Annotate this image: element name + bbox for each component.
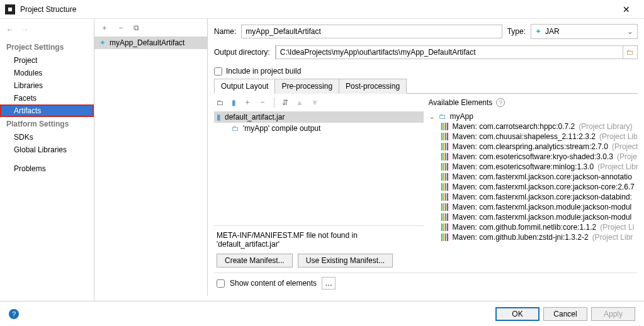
tree-root[interactable]: ▮ default_artifact.jar	[214, 111, 424, 123]
tab-output-layout[interactable]: Output Layout	[214, 79, 275, 94]
chevron-down-icon: ⌄	[429, 112, 435, 121]
type-label: Type:	[507, 27, 526, 36]
sidebar-section-platform-settings: Platform Settings	[0, 117, 94, 131]
new-file-icon[interactable]: ▮	[232, 98, 236, 107]
tab-pre-processing[interactable]: Pre-processing	[274, 79, 339, 94]
library-item[interactable]: Maven: com.chuusai:shapeless_2.11:2.3.2 …	[429, 132, 638, 142]
new-folder-icon[interactable]: 🗀	[217, 98, 224, 107]
create-manifest-button[interactable]: Create Manifest...	[217, 254, 293, 267]
library-item[interactable]: Maven: com.esotericsoftware:minlog:1.3.0…	[429, 162, 638, 172]
artifact-list-item[interactable]: ✦ myApp_DefaultArtifact	[94, 37, 207, 49]
outdir-label: Output directory:	[214, 48, 270, 57]
library-name: Maven: com.carrotsearch:hppc:0.7.2	[453, 122, 575, 131]
window-title: Project Structure	[20, 5, 614, 14]
add-copy-icon[interactable]: ＋	[244, 97, 251, 108]
library-icon	[441, 173, 449, 181]
copy-icon[interactable]: ⧉	[133, 23, 139, 32]
library-icon	[441, 193, 449, 201]
library-item[interactable]: Maven: com.fasterxml.jackson.core:jackso…	[429, 192, 638, 202]
sidebar-item-facets[interactable]: Facets	[0, 92, 94, 104]
library-scope: (Project Libr	[592, 233, 633, 242]
jar-icon: ✦	[535, 27, 541, 36]
help-button[interactable]: ?	[9, 309, 19, 319]
library-icon	[441, 183, 449, 191]
library-name: Maven: com.esotericsoftware:kryo-shaded:…	[453, 152, 613, 161]
artifact-icon: ✦	[99, 38, 106, 47]
up-icon[interactable]: ▲	[296, 98, 303, 107]
module-folder-icon: 🗀	[439, 112, 446, 121]
down-icon[interactable]: ▼	[311, 98, 319, 107]
apply-button[interactable]: Apply	[591, 307, 635, 321]
library-item[interactable]: Maven: com.clearspring.analytics:stream:…	[429, 142, 638, 152]
close-icon[interactable]: ✕	[614, 4, 639, 14]
tab-post-processing[interactable]: Post-processing	[339, 79, 407, 94]
library-name: Maven: com.fasterxml.jackson.module:jack…	[453, 203, 632, 211]
library-scope: (Project Libr	[599, 132, 638, 141]
module-folder-icon: 🗀	[232, 124, 239, 133]
library-name: Maven: com.github.fommil.netlib:core:1.1…	[453, 223, 597, 232]
sidebar-section-project-settings: Project Settings	[0, 40, 94, 54]
library-item[interactable]: Maven: com.carrotsearch:hppc:0.7.2 (Proj…	[429, 121, 638, 132]
available-elements-tree[interactable]: ⌄ 🗀 myApp Maven: com.carrotsearch:hppc:0…	[429, 111, 638, 273]
library-scope: (Project Li	[600, 223, 634, 232]
sidebar-item-artifacts[interactable]: Artifacts	[0, 104, 94, 117]
library-scope: (Project Libr	[597, 162, 638, 171]
options-button[interactable]: …	[322, 277, 336, 289]
library-item[interactable]: Maven: com.fasterxml.jackson.core:jackso…	[429, 172, 638, 182]
library-scope: (Proje	[617, 152, 637, 161]
library-name: Maven: com.fasterxml.jackson.core:jackso…	[453, 172, 632, 181]
show-content-label: Show content of elements	[230, 279, 317, 288]
ok-button[interactable]: OK	[495, 307, 539, 321]
library-icon	[441, 223, 449, 231]
library-item[interactable]: Maven: com.esotericsoftware:kryo-shaded:…	[429, 152, 638, 162]
outdir-input[interactable]	[276, 45, 623, 59]
available-elements-label: Available Elements	[429, 98, 493, 107]
forward-icon[interactable]: →	[21, 25, 29, 34]
library-item[interactable]: Maven: com.fasterxml.jackson.module:jack…	[429, 212, 638, 222]
sidebar-item-sdks[interactable]: SDKs	[0, 131, 94, 143]
back-icon[interactable]: ←	[6, 25, 14, 34]
cancel-button[interactable]: Cancel	[543, 307, 587, 321]
available-root[interactable]: ⌄ 🗀 myApp	[429, 111, 638, 121]
library-icon	[441, 123, 449, 130]
help-icon[interactable]: ?	[496, 98, 505, 107]
sidebar-item-problems[interactable]: Problems	[0, 162, 94, 175]
remove-icon[interactable]: －	[117, 23, 125, 33]
show-content-checkbox[interactable]	[217, 279, 225, 288]
artifact-item-label: myApp_DefaultArtifact	[110, 38, 184, 47]
library-icon	[441, 233, 449, 241]
remove-item-icon[interactable]: －	[259, 97, 266, 108]
library-icon	[441, 163, 449, 171]
jar-file-icon: ▮	[217, 113, 221, 121]
library-item[interactable]: Maven: com.fasterxml.jackson.module:jack…	[429, 202, 638, 212]
sidebar-item-modules[interactable]: Modules	[0, 67, 94, 79]
library-item[interactable]: Maven: com.fasterxml.jackson.core:jackso…	[429, 182, 638, 192]
library-icon	[441, 203, 449, 211]
library-item[interactable]: Maven: com.github.fommil.netlib:core:1.1…	[429, 222, 638, 232]
library-name: Maven: com.chuusai:shapeless_2.11:2.3.2	[453, 132, 596, 141]
sort-icon[interactable]: ⇵	[282, 98, 288, 107]
tree-child[interactable]: 🗀 'myApp' compile output	[214, 123, 424, 134]
output-layout-tree[interactable]: ▮ default_artifact.jar 🗀 'myApp' compile…	[214, 111, 424, 225]
chevron-down-icon: ⌄	[627, 27, 633, 36]
dialog-footer: ? OK Cancel Apply	[0, 301, 644, 326]
library-name: Maven: com.github.luben:zstd-jni:1.3.2-2	[453, 233, 589, 242]
browse-folder-icon[interactable]: 🗀	[623, 48, 637, 57]
library-item[interactable]: Maven: com.github.luben:zstd-jni:1.3.2-2…	[429, 232, 638, 242]
library-icon	[441, 153, 449, 160]
sidebar-item-libraries[interactable]: Libraries	[0, 79, 94, 92]
include-checkbox[interactable]	[214, 67, 222, 76]
name-input[interactable]	[241, 25, 502, 38]
library-name: Maven: com.fasterxml.jackson.core:jackso…	[453, 193, 632, 201]
add-icon[interactable]: ＋	[101, 23, 108, 33]
type-select[interactable]: ✦ JAR ⌄	[531, 24, 638, 39]
sidebar-item-global-libraries[interactable]: Global Libraries	[0, 143, 94, 156]
library-icon	[441, 143, 449, 150]
library-name: Maven: com.fasterxml.jackson.module:jack…	[453, 213, 632, 222]
use-existing-manifest-button[interactable]: Use Existing Manifest...	[298, 254, 393, 267]
library-name: Maven: com.fasterxml.jackson.core:jackso…	[453, 183, 635, 191]
library-name: Maven: com.clearspring.analytics:stream:…	[453, 142, 608, 151]
titlebar: Project Structure ✕	[0, 0, 644, 19]
sidebar-item-project[interactable]: Project	[0, 54, 94, 67]
include-label: Include in project build	[226, 67, 301, 76]
